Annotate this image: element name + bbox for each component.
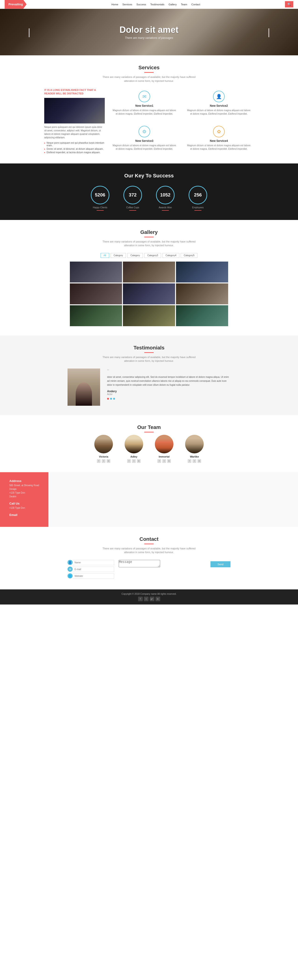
service-card-3: ⚙ New Service3 Magnum dictum ut labore e… (109, 124, 179, 154)
social-tw-immortal[interactable]: t (162, 459, 166, 463)
nav-home[interactable]: Home (111, 3, 118, 6)
send-button[interactable]: Send (210, 561, 231, 567)
stat-happy-clients: 5206 Happy Clients (91, 186, 109, 211)
name-input[interactable] (73, 560, 114, 565)
social-tw-victoria[interactable]: t (102, 459, 106, 463)
nav-gallery[interactable]: Gallery (168, 3, 177, 6)
testimonials-divider (144, 352, 154, 353)
footer-facebook-icon[interactable]: f (138, 597, 143, 601)
social-fb-immortal[interactable]: f (157, 459, 161, 463)
gallery-item-5[interactable] (123, 283, 175, 304)
contact-area: Address 500 Street, at Showing RoadDesig… (0, 472, 298, 527)
social-tw-adley[interactable]: t (132, 459, 136, 463)
gallery-subtitle: There are many variations of passages of… (100, 240, 198, 247)
social-fb-victoria[interactable]: f (97, 459, 101, 463)
social-tw-warlike[interactable]: t (192, 459, 196, 463)
call-label: Call Us (9, 502, 39, 505)
services-left-desc: Neque porro quisquam est qui dolorem ips… (44, 125, 105, 139)
stat-circle-4: 256 (189, 186, 207, 204)
nav-links: Home Services Success Testimonials Galle… (111, 3, 200, 6)
team-name-immortal: Immortal (152, 455, 176, 458)
hero-content: Dolor sit amet There are many variations… (119, 25, 178, 40)
service-title-3: New Service3 (112, 139, 177, 143)
social-in-victoria[interactable]: in (107, 459, 111, 463)
services-left-image (44, 98, 105, 124)
dot-3[interactable] (113, 398, 115, 400)
call-block: Call Us +130 Type Den (9, 502, 39, 510)
testimonials-subtitle: There are many variations of passages of… (100, 355, 198, 363)
social-fb-warlike[interactable]: f (187, 459, 191, 463)
nav-brand[interactable]: Prevailing (5, 0, 27, 9)
stat-line-2 (129, 210, 136, 211)
stat-label-2: Coffee Cups (123, 206, 142, 209)
nav-contact[interactable]: Contact (191, 3, 200, 6)
gallery-section: Gallery There are many variations of pas… (0, 220, 298, 336)
message-textarea[interactable] (119, 560, 160, 567)
footer-twitter-icon[interactable]: t (144, 597, 149, 601)
services-left: IT IS A LONG ESTABLISHED FACT THAT A REA… (44, 88, 105, 154)
hero-subtitle: There are many variations of passages (119, 36, 178, 40)
service-desc-3: Magnum dictum ut labore et dolore magna … (112, 144, 177, 151)
footer-linkedin-icon[interactable]: in (155, 597, 160, 601)
stat-label-4: Employees (189, 206, 207, 209)
stat-line-4 (194, 210, 201, 211)
services-subtitle: There are many variations of passages of… (100, 75, 198, 83)
gallery-item-7[interactable] (70, 305, 122, 326)
services-title: Services (44, 65, 254, 71)
stat-number-3: 1052 (160, 192, 171, 197)
gallery-item-2[interactable] (123, 262, 175, 283)
team-name-victoria: Victoria (92, 455, 115, 458)
filter-cat4[interactable]: Category4 (162, 253, 179, 258)
team-grid: Victoria f t in Adley f t in Immortal f … (5, 435, 293, 463)
footer-icons: f t g+ in (3, 597, 295, 601)
service-card-4: ✿ New Service4 Magnum dictum ut labore e… (184, 124, 254, 154)
list-item: Neque porro quisquam est qui phasellus t… (44, 141, 105, 147)
dot-1[interactable] (107, 398, 109, 400)
website-input[interactable] (73, 573, 114, 579)
social-in-adley[interactable]: in (137, 459, 141, 463)
service-desc-4: Magnum dictum ut labore et dolore magna … (186, 144, 252, 151)
nav-testimonials[interactable]: Testimonials (151, 3, 165, 6)
avatar-victoria (94, 435, 113, 453)
social-in-immortal[interactable]: in (167, 459, 171, 463)
service-card-2: 👤 New Service2 Magnum dictum ut labore e… (184, 88, 254, 119)
testimonial-avatar (67, 369, 100, 406)
testimonial-text: dolor sit amet, consectetur adipiscing e… (107, 375, 231, 387)
stat-circle-1: 5206 (91, 186, 109, 204)
social-fb-adley[interactable]: f (127, 459, 131, 463)
gallery-divider (144, 237, 154, 237)
gallery-item-1[interactable] (70, 262, 122, 283)
nav-services[interactable]: Services (122, 3, 132, 6)
nav-team[interactable]: Team (181, 3, 187, 6)
gallery-item-6[interactable] (176, 283, 228, 304)
email-input[interactable] (73, 566, 114, 572)
service-icon-3: ⚙ (139, 126, 150, 137)
gallery-item-8[interactable] (123, 305, 175, 326)
filter-cat5[interactable]: Category5 (181, 253, 197, 258)
footer-copyright: Copyright © 2018 Company name All rights… (3, 593, 295, 595)
nav-search-button[interactable]: 🔍 (285, 1, 293, 8)
hero-bracket-right: | (268, 27, 270, 37)
avatar-warlike (185, 435, 204, 453)
footer-google-icon[interactable]: g+ (150, 597, 154, 601)
service-title-2: New Service2 (186, 104, 252, 107)
dot-2[interactable] (110, 398, 112, 400)
hero-bracket-left: | (28, 27, 30, 37)
testimonials-inner: " dolor sit amet, consectetur adipiscing… (67, 369, 231, 406)
stat-number-2: 372 (129, 192, 136, 197)
filter-cat2[interactable]: Category (127, 253, 143, 258)
filter-cat3[interactable]: Category3 (144, 253, 161, 258)
team-card-warlike: Warlike f t in (183, 435, 206, 463)
nav-success[interactable]: Success (136, 3, 146, 6)
team-divider (144, 432, 154, 433)
quote-icon: " (107, 369, 231, 374)
social-in-warlike[interactable]: in (197, 459, 201, 463)
gallery-item-4[interactable] (70, 283, 122, 304)
gallery-item-9[interactable] (176, 305, 228, 326)
avatar-adley (125, 435, 143, 453)
navbar: Prevailing Home Services Success Testimo… (0, 0, 298, 9)
gallery-item-3[interactable] (176, 262, 228, 283)
filter-all[interactable]: All (101, 253, 109, 258)
hero-title: Dolor sit amet (119, 25, 178, 35)
filter-cat1[interactable]: Category (111, 253, 126, 258)
